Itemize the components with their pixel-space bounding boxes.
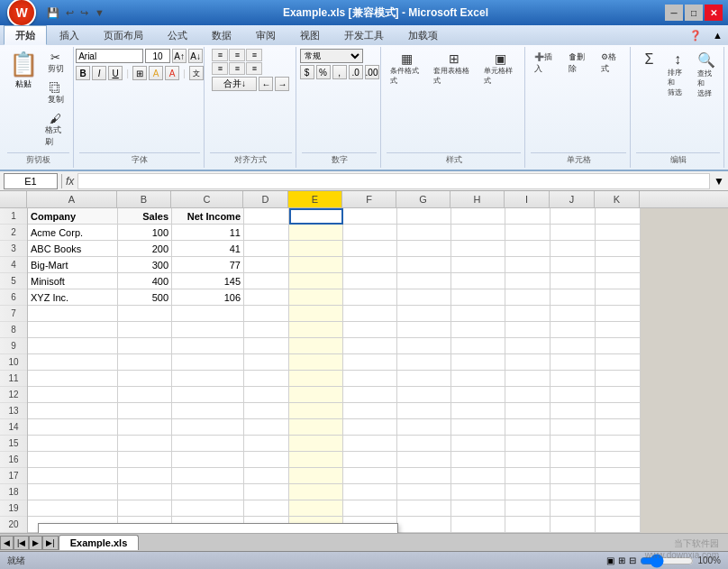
cell-a6[interactable]: XYZ Inc. [28,289,118,306]
cell-f10[interactable] [343,354,397,371]
formula-input[interactable] [77,173,710,189]
cell-e11[interactable] [289,371,343,387]
find-select-button[interactable]: 🔍 查找和选择 [694,49,720,101]
cell-b9[interactable] [118,338,172,354]
name-box[interactable] [4,173,58,189]
cell-a5[interactable]: Minisoft [28,273,118,289]
cell-g10[interactable] [397,354,451,371]
cell-a7[interactable] [28,306,118,322]
cell-f17[interactable] [343,468,397,484]
cell-style-button[interactable]: ▣ 单元格样式 [480,49,521,88]
underline-button[interactable]: U [108,66,123,80]
cell-b2[interactable]: 100 [118,225,172,241]
cell-d4[interactable] [244,257,289,273]
cell-f14[interactable] [343,419,397,436]
cell-k9[interactable] [596,338,641,354]
cell-f15[interactable] [343,436,397,452]
cell-j14[interactable] [551,419,596,436]
cell-k2[interactable] [596,225,641,241]
cell-i8[interactable] [505,322,551,338]
col-header-d[interactable]: D [243,191,288,207]
cell-j15[interactable] [551,436,596,452]
cell-h5[interactable] [451,273,505,289]
cell-e5[interactable] [289,273,343,289]
cell-j9[interactable] [551,338,596,354]
cell-g1[interactable] [397,208,451,225]
cell-h16[interactable] [451,452,505,468]
cell-i9[interactable] [505,338,551,354]
cell-e8[interactable] [289,322,343,338]
cell-c7[interactable] [172,306,244,322]
view-pagebreak[interactable]: ⊟ [629,555,636,565]
cell-a8[interactable] [28,322,118,338]
cell-i6[interactable] [505,289,551,306]
cell-a11[interactable] [28,371,118,387]
cell-j5[interactable] [551,273,596,289]
cell-c4[interactable]: 77 [172,257,244,273]
cell-j18[interactable] [551,484,596,500]
cell-a18[interactable] [28,484,118,500]
cell-g13[interactable] [397,403,451,419]
cell-h2[interactable] [451,225,505,241]
cell-g19[interactable] [397,500,451,517]
cell-e14[interactable] [289,419,343,436]
cell-c15[interactable] [172,436,244,452]
cell-g16[interactable] [397,452,451,468]
cell-f2[interactable] [343,225,397,241]
cell-a12[interactable] [28,387,118,403]
cell-b11[interactable] [118,371,172,387]
cell-h11[interactable] [451,371,505,387]
cell-g6[interactable] [397,289,451,306]
cell-e13[interactable] [289,403,343,419]
cell-g12[interactable] [397,387,451,403]
cell-d14[interactable] [244,419,289,436]
cell-k6[interactable] [596,289,641,306]
sheet-nav-last[interactable]: ▶| [42,536,58,550]
cell-i5[interactable] [505,273,551,289]
cell-k20[interactable] [596,517,641,533]
cell-j3[interactable] [551,241,596,257]
cell-j17[interactable] [551,468,596,484]
font-color-button[interactable]: A [165,66,179,80]
cell-i17[interactable] [505,468,551,484]
currency-button[interactable]: $ [300,65,314,79]
cell-a4[interactable]: Big-Mart [28,257,118,273]
cell-c10[interactable] [172,354,244,371]
cell-f12[interactable] [343,387,397,403]
cell-c11[interactable] [172,371,244,387]
cell-e18[interactable] [289,484,343,500]
qa-dropdown[interactable]: ▼ [93,6,106,19]
cell-i19[interactable] [505,500,551,517]
cell-a3[interactable]: ABC Books [28,241,118,257]
cell-k11[interactable] [596,371,641,387]
minimize-button[interactable]: ─ [665,5,683,21]
col-header-a[interactable]: A [27,191,117,207]
cell-i13[interactable] [505,403,551,419]
cell-e3[interactable] [289,241,343,257]
format-painter-button[interactable]: 🖌 格式刷 [41,110,69,151]
tab-review[interactable]: 审阅 [244,25,287,45]
percent-button[interactable]: % [316,65,331,79]
cell-j8[interactable] [551,322,596,338]
cell-h9[interactable] [451,338,505,354]
cell-c1[interactable]: Net Income [172,208,244,225]
cell-i3[interactable] [505,241,551,257]
cell-c18[interactable] [172,484,244,500]
office-button[interactable]: W [7,0,36,27]
sheet-nav-next[interactable]: ▶ [29,536,42,550]
cell-e17[interactable] [289,468,343,484]
align-top-center[interactable]: ≡ [229,49,245,61]
tab-formulas[interactable]: 公式 [156,25,199,45]
format-cell-button[interactable]: ⚙格式 [597,49,626,78]
cell-b12[interactable] [118,387,172,403]
cell-h4[interactable] [451,257,505,273]
dec-increase[interactable]: .0 [349,65,363,79]
ribbon-help[interactable]: ❓ [684,25,707,45]
cell-d15[interactable] [244,436,289,452]
cell-k18[interactable] [596,484,641,500]
cell-h10[interactable] [451,354,505,371]
cell-g15[interactable] [397,436,451,452]
align-top-right[interactable]: ≡ [246,49,262,61]
conditional-format-button[interactable]: ▦ 条件格式式 [387,49,427,88]
cell-f11[interactable] [343,371,397,387]
